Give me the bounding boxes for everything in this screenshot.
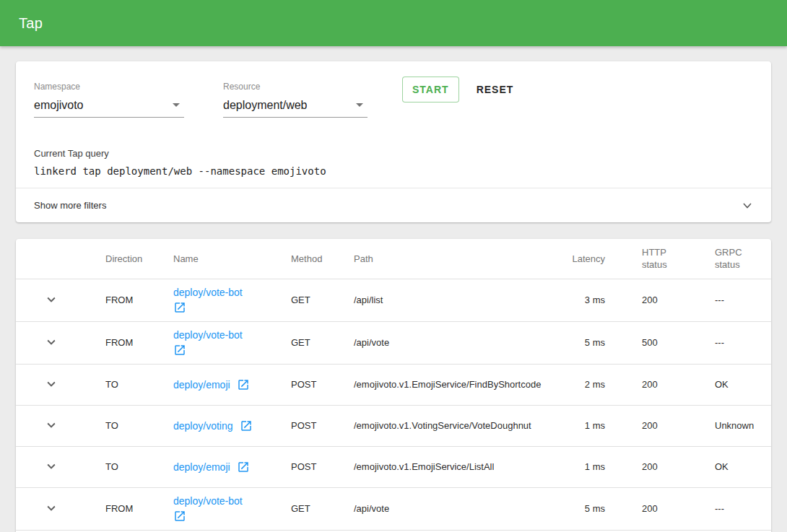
http-status-column-header: HTTP status bbox=[614, 239, 699, 279]
name-cell: deploy/emoji bbox=[173, 446, 291, 487]
method-column-header: Method bbox=[291, 239, 354, 279]
page-title: Tap bbox=[19, 15, 43, 32]
tap-filters-card: Namespace emojivoto Resource deployment/… bbox=[16, 61, 771, 222]
expand-row-button[interactable] bbox=[43, 333, 60, 351]
query-command: linkerd tap deployment/web --namespace e… bbox=[34, 165, 753, 177]
query-label: Current Tap query bbox=[34, 148, 753, 159]
path-cell: /emojivoto.v1.EmojiService/FindByShortco… bbox=[354, 364, 563, 405]
chevron-down-icon bbox=[43, 500, 59, 516]
latency-column-header: Latency bbox=[563, 239, 614, 279]
namespace-field: Namespace emojivoto bbox=[34, 82, 184, 118]
caret-down-icon bbox=[356, 103, 363, 107]
expand-row-button[interactable] bbox=[43, 375, 60, 393]
http-status-cell: 500 bbox=[614, 321, 699, 364]
grpc-status-cell: Unknown bbox=[699, 405, 771, 446]
expand-row-button[interactable] bbox=[43, 291, 60, 308]
resource-link[interactable]: deploy/vote-bot bbox=[173, 495, 243, 507]
start-button[interactable]: START bbox=[402, 77, 459, 103]
resource-value: deployment/web bbox=[223, 98, 308, 112]
resource-select[interactable]: deployment/web bbox=[223, 98, 368, 118]
namespace-value: emojivoto bbox=[34, 98, 83, 112]
latency-cell: 1 ms bbox=[563, 446, 614, 487]
open-in-new-icon[interactable] bbox=[237, 378, 250, 391]
chevron-down-icon bbox=[43, 292, 59, 308]
latency-cell: 1 ms bbox=[563, 405, 614, 446]
reset-button[interactable]: RESET bbox=[471, 77, 520, 103]
name-cell: deploy/vote-bot bbox=[173, 487, 291, 530]
expand-column-header bbox=[16, 239, 105, 279]
chevron-down-icon bbox=[43, 334, 59, 350]
latency-cell: 2 ms bbox=[563, 364, 614, 405]
name-column-header: Name bbox=[173, 239, 291, 279]
name-cell: deploy/voting bbox=[173, 405, 291, 446]
chevron-down-icon bbox=[43, 458, 59, 474]
latency-cell: 3 ms bbox=[563, 279, 614, 321]
name-cell: deploy/emoji bbox=[173, 364, 291, 405]
open-in-new-icon[interactable] bbox=[173, 301, 282, 314]
method-cell: POST bbox=[291, 405, 354, 446]
app-bar: Tap bbox=[0, 0, 787, 46]
chevron-down-icon bbox=[742, 200, 753, 212]
grpc-status-cell: --- bbox=[699, 487, 771, 530]
namespace-label: Namespace bbox=[34, 82, 184, 92]
table-row: TO deploy/emoji POST /emojivoto.v1.Emoji… bbox=[16, 446, 771, 487]
table-row: FROM deploy/vote-bot GET /api/vote 5 ms … bbox=[16, 487, 771, 530]
resource-link[interactable]: deploy/emoji bbox=[173, 461, 230, 473]
direction-column-header: Direction bbox=[105, 239, 173, 279]
direction-cell: FROM bbox=[105, 279, 173, 321]
name-cell: deploy/vote-bot bbox=[173, 321, 291, 364]
latency-cell: 5 ms bbox=[563, 487, 614, 530]
resource-link[interactable]: deploy/vote-bot bbox=[173, 329, 243, 341]
method-cell: POST bbox=[291, 364, 354, 405]
http-status-cell: 200 bbox=[614, 446, 699, 487]
open-in-new-icon[interactable] bbox=[240, 419, 253, 432]
grpc-status-cell: --- bbox=[699, 279, 771, 321]
expand-row-button[interactable] bbox=[43, 500, 60, 517]
open-in-new-icon[interactable] bbox=[173, 344, 282, 357]
show-more-filters-label: Show more filters bbox=[34, 200, 106, 211]
http-status-cell: 200 bbox=[614, 487, 699, 530]
path-cell: /api/vote bbox=[354, 321, 563, 364]
table-header-row: Direction Name Method Path Latency HTTP … bbox=[16, 239, 771, 279]
namespace-select[interactable]: emojivoto bbox=[34, 98, 184, 118]
resource-link[interactable]: deploy/emoji bbox=[173, 379, 230, 391]
path-column-header: Path bbox=[354, 239, 563, 279]
direction-cell: FROM bbox=[105, 487, 173, 530]
table-row: TO deploy/voting POST /emojivoto.v1.Voti… bbox=[16, 405, 771, 446]
caret-down-icon bbox=[173, 103, 180, 107]
http-status-cell: 200 bbox=[614, 364, 699, 405]
grpc-status-cell: OK bbox=[699, 364, 771, 405]
method-cell: POST bbox=[291, 446, 354, 487]
tap-results-table: Direction Name Method Path Latency HTTP … bbox=[16, 239, 771, 532]
tap-results-card: Direction Name Method Path Latency HTTP … bbox=[16, 239, 771, 532]
grpc-status-column-header: GRPC status bbox=[699, 239, 771, 279]
direction-cell: TO bbox=[105, 405, 173, 446]
open-in-new-icon[interactable] bbox=[237, 461, 250, 474]
direction-cell: FROM bbox=[105, 321, 173, 364]
expand-row-button[interactable] bbox=[43, 458, 60, 475]
path-cell: /api/list bbox=[354, 279, 563, 321]
current-query-section: Current Tap query linkerd tap deployment… bbox=[16, 148, 771, 177]
path-cell: /emojivoto.v1.EmojiService/ListAll bbox=[354, 446, 563, 487]
show-more-filters-toggle[interactable]: Show more filters bbox=[16, 188, 771, 222]
chevron-down-icon bbox=[43, 376, 59, 392]
grpc-status-cell: --- bbox=[699, 321, 771, 364]
resource-link[interactable]: deploy/voting bbox=[173, 420, 233, 432]
open-in-new-icon[interactable] bbox=[173, 510, 282, 523]
latency-cell: 5 ms bbox=[563, 321, 614, 364]
chevron-down-icon bbox=[43, 417, 59, 433]
name-cell: deploy/vote-bot bbox=[173, 279, 291, 321]
filters-row: Namespace emojivoto Resource deployment/… bbox=[16, 61, 771, 118]
path-cell: /api/vote bbox=[354, 487, 563, 530]
direction-cell: TO bbox=[105, 364, 173, 405]
resource-field: Resource deployment/web bbox=[223, 82, 368, 118]
resource-link[interactable]: deploy/vote-bot bbox=[173, 287, 243, 298]
expand-row-button[interactable] bbox=[43, 417, 60, 434]
path-cell: /emojivoto.v1.VotingService/VoteDoughnut bbox=[354, 405, 563, 446]
table-row: TO deploy/emoji POST /emojivoto.v1.Emoji… bbox=[16, 364, 771, 405]
table-row: FROM deploy/vote-bot GET /api/vote 5 ms … bbox=[16, 321, 771, 364]
method-cell: GET bbox=[291, 487, 354, 530]
page-body: Namespace emojivoto Resource deployment/… bbox=[0, 46, 787, 532]
method-cell: GET bbox=[291, 279, 354, 321]
http-status-cell: 200 bbox=[614, 405, 699, 446]
